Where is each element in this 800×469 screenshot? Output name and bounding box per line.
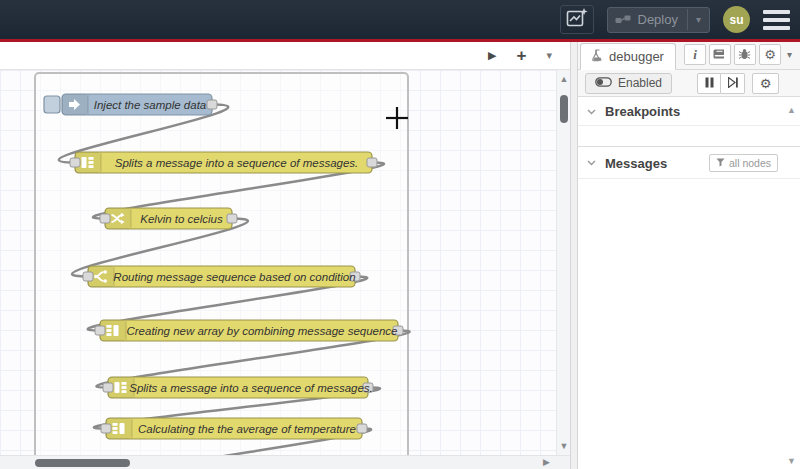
output-port[interactable] xyxy=(367,158,377,167)
debugger-controls: ⚙ xyxy=(697,73,779,94)
debugger-toolbar: Enabled xyxy=(578,70,800,97)
run-flow-icon[interactable]: ▶ xyxy=(488,49,496,62)
sidebar-splitter[interactable] xyxy=(570,42,578,469)
node-label: Inject the sample data xyxy=(94,99,207,111)
flow-node-switch[interactable]: Routing message sequence based on condit… xyxy=(83,266,360,287)
flow-sparkle-icon xyxy=(565,7,589,33)
flow-node-split[interactable]: Splits a message into a sequence of mess… xyxy=(103,377,373,398)
node-label: Routing message sequence based on condit… xyxy=(113,271,355,283)
node-label: Kelvin to celcius xyxy=(140,213,223,225)
flow-node-join[interactable]: Creating new array by combining message … xyxy=(95,320,403,341)
scroll-down-icon[interactable]: ▼ xyxy=(557,441,570,451)
debugger-enabled-toggle[interactable]: Enabled xyxy=(585,73,672,94)
node-label: Calculating the the average of temperatu… xyxy=(138,423,356,435)
canvas-column: ▶ + ▾ Inject the sample dataSplits a mes… xyxy=(0,42,570,469)
hamburger-icon xyxy=(763,10,790,14)
scroll-up-icon[interactable]: ▲ xyxy=(787,105,796,115)
breakpoints-section-header[interactable]: Breakpoints xyxy=(578,97,800,126)
output-port[interactable] xyxy=(357,424,367,433)
step-forward-icon xyxy=(728,74,738,92)
messages-filter-button[interactable]: all nodes xyxy=(709,154,778,172)
tab-debugger-label: debugger xyxy=(609,49,664,64)
canvas-toolbar: ▶ + ▾ xyxy=(0,42,570,70)
input-port[interactable] xyxy=(83,272,93,281)
horizontal-scroll-thumb[interactable] xyxy=(35,459,130,467)
deploy-nodes-icon xyxy=(608,14,638,26)
pause-button[interactable] xyxy=(697,73,721,94)
input-port[interactable] xyxy=(95,326,105,335)
funnel-icon xyxy=(716,157,725,169)
config-tab-button[interactable]: ⚙ xyxy=(759,44,781,65)
breakpoints-title: Breakpoints xyxy=(605,104,680,119)
canvas-vertical-scrollbar[interactable]: ▲ ▼ xyxy=(556,70,570,455)
add-flow-icon[interactable]: + xyxy=(517,46,527,66)
vertical-scroll-thumb[interactable] xyxy=(560,95,568,123)
input-port[interactable] xyxy=(70,158,80,167)
bug-icon xyxy=(738,46,751,64)
scroll-down-icon[interactable]: ▼ xyxy=(787,456,796,466)
gear-icon: ⚙ xyxy=(764,47,776,62)
tab-debugger[interactable]: debugger xyxy=(580,43,676,70)
sidebar: debugger i xyxy=(578,42,800,469)
debugger-settings-button[interactable]: ⚙ xyxy=(752,73,779,94)
header-bar: Deploy ▾ su xyxy=(0,0,800,39)
flask-icon xyxy=(592,49,603,65)
flow-node-change[interactable]: Kelvin to celcius xyxy=(100,208,237,229)
toggle-icon xyxy=(595,76,612,90)
chevron-down-icon xyxy=(587,109,596,115)
node-red-editor: Deploy ▾ su ▶ + ▾ Inject the sample data… xyxy=(0,0,800,469)
help-tab-button[interactable] xyxy=(709,44,731,65)
enabled-label: Enabled xyxy=(618,76,662,90)
more-tabs-caret-icon[interactable]: ▾ xyxy=(784,49,795,60)
flow-node-split[interactable]: Splits a message into a sequence of mess… xyxy=(70,152,377,173)
flow-list-caret-icon[interactable]: ▾ xyxy=(546,49,552,62)
debug-messages-tab-button[interactable] xyxy=(734,44,756,65)
scroll-up-icon[interactable]: ▲ xyxy=(557,74,570,84)
flow-drawing: Inject the sample dataSplits a message i… xyxy=(0,70,556,455)
step-button[interactable] xyxy=(721,73,745,94)
flow-canvas[interactable]: Inject the sample dataSplits a message i… xyxy=(0,70,570,455)
messages-filter-label: all nodes xyxy=(729,157,771,169)
node-label: Splits a message into a sequence of mess… xyxy=(115,157,359,169)
output-port[interactable] xyxy=(227,214,237,223)
inject-trigger-button[interactable] xyxy=(44,96,60,113)
node-label: Splits a message into a sequence of mess… xyxy=(129,382,373,394)
canvas-horizontal-scrollbar[interactable]: ▶ xyxy=(0,455,570,469)
header-actions: Deploy ▾ su xyxy=(560,0,791,39)
main-menu-button[interactable] xyxy=(763,10,790,30)
info-icon: i xyxy=(693,47,697,63)
gear-icon: ⚙ xyxy=(760,76,772,91)
sidebar-tab-buttons: i xyxy=(684,44,800,69)
flow-node-join[interactable]: Calculating the the average of temperatu… xyxy=(101,418,367,439)
output-port[interactable] xyxy=(207,100,217,109)
info-tab-button[interactable]: i xyxy=(684,44,706,65)
input-port[interactable] xyxy=(103,383,113,392)
deploy-caret-icon[interactable]: ▾ xyxy=(687,9,709,30)
pause-icon xyxy=(705,74,714,92)
messages-section-header[interactable]: Messages all nodes xyxy=(578,147,800,179)
breakpoints-list xyxy=(578,126,800,147)
deploy-label: Deploy xyxy=(638,12,687,27)
flow-export-button[interactable] xyxy=(560,5,594,34)
deploy-button[interactable]: Deploy ▾ xyxy=(607,7,711,33)
messages-list xyxy=(578,179,800,469)
node-label: Creating new array by combining message … xyxy=(126,325,397,337)
workspace: ▶ + ▾ Inject the sample dataSplits a mes… xyxy=(0,42,800,469)
chevron-down-icon xyxy=(587,160,596,166)
user-avatar[interactable]: su xyxy=(723,6,750,33)
messages-title: Messages xyxy=(605,156,667,171)
sidebar-tabbar: debugger i xyxy=(578,42,800,70)
scroll-right-icon[interactable]: ▶ xyxy=(543,457,550,467)
input-port[interactable] xyxy=(101,424,111,433)
book-icon xyxy=(713,46,726,64)
flow-node-inject[interactable]: Inject the sample data xyxy=(44,94,217,115)
input-port[interactable] xyxy=(100,214,110,223)
